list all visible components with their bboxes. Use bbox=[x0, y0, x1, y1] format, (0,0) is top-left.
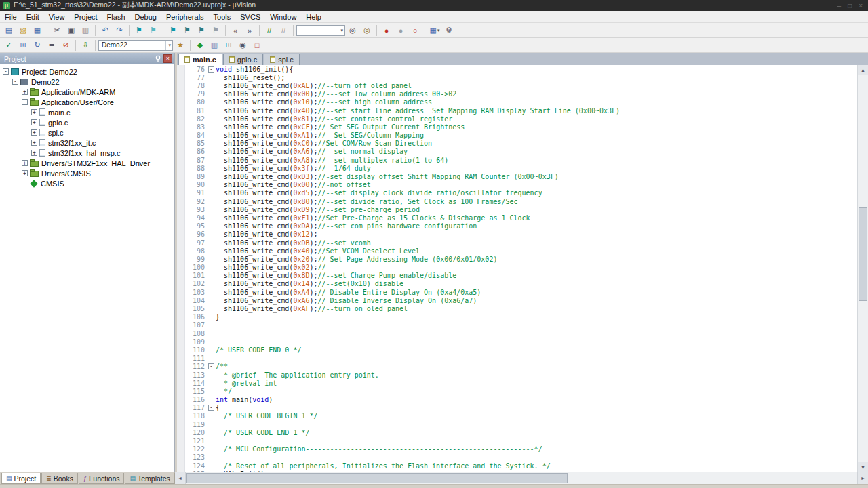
scroll-left-icon[interactable]: ◄ bbox=[175, 472, 186, 484]
next-bookmark-icon[interactable]: ⚑ bbox=[195, 24, 208, 37]
download-icon[interactable]: ⇩ bbox=[79, 39, 92, 52]
redo-icon[interactable]: ↷ bbox=[113, 24, 126, 37]
target-options-icon[interactable]: ★ bbox=[174, 39, 187, 52]
code-line[interactable]: 102 sh1106_write_cmd(0x14);//--set(0x10)… bbox=[177, 280, 857, 288]
disable-breakpoints-icon[interactable]: ● bbox=[394, 24, 408, 37]
navigate-back-icon[interactable]: ⚑ bbox=[132, 24, 146, 37]
horizontal-scrollbar[interactable]: ◄ ► bbox=[175, 472, 868, 484]
code-line[interactable]: 84 sh1106_write_cmd(0xA1);//--Set SEG/Co… bbox=[177, 131, 857, 140]
tree-expander-icon[interactable]: + bbox=[22, 170, 28, 176]
horizontal-scroll-thumb[interactable] bbox=[186, 473, 568, 483]
copy-icon[interactable]: ▣ bbox=[64, 24, 78, 37]
file-extensions-icon[interactable]: ▥ bbox=[208, 39, 221, 52]
code-line[interactable]: 109 bbox=[177, 338, 857, 346]
tree-item-project-demo22[interactable]: -Project: Demo22 bbox=[0, 66, 174, 77]
code-line[interactable]: 111 bbox=[177, 354, 857, 363]
code-line[interactable]: 110/* USER CODE END 0 */ bbox=[177, 346, 857, 354]
tree-item-stm32f1xx-it-c[interactable]: +stm32f1xx_it.c bbox=[0, 138, 174, 148]
code-line[interactable]: 124 /* Reset of all peripherals, Initial… bbox=[177, 462, 857, 470]
new-file-icon[interactable]: ▤ bbox=[2, 24, 16, 37]
save-file-icon[interactable]: ▦ bbox=[31, 24, 44, 37]
tree-item-spi-c[interactable]: +spi.c bbox=[0, 127, 174, 138]
cut-icon[interactable]: ✂ bbox=[50, 24, 64, 37]
code-line[interactable]: 87 sh1106_write_cmd(0xA8);//--set multip… bbox=[177, 156, 857, 164]
code-line[interactable]: 82 sh1106_write_cmd(0x81);//--set contra… bbox=[177, 115, 857, 123]
toggle-breakpoint-icon[interactable]: ● bbox=[380, 24, 393, 37]
code-line[interactable]: 103 sh1106_write_cmd(0xA4);// Disable En… bbox=[177, 288, 857, 296]
comment-icon[interactable]: // bbox=[262, 24, 276, 37]
tab-main-c[interactable]: main.c bbox=[178, 54, 222, 65]
tree-expander-icon[interactable]: + bbox=[31, 119, 37, 125]
code-line[interactable]: 112-/** bbox=[177, 363, 857, 371]
tree-item-main-c[interactable]: +main.c bbox=[0, 107, 174, 117]
manage-rte-icon[interactable]: ◆ bbox=[193, 39, 207, 52]
code-line[interactable]: 105 sh1106_write_cmd(0xAF);//--turn on o… bbox=[177, 304, 857, 312]
code-line[interactable]: 80 sh1106_write_cmd(0x10);//---set high … bbox=[177, 98, 857, 106]
scroll-up-icon[interactable]: ▲ bbox=[858, 65, 868, 75]
code-line[interactable]: 106} bbox=[177, 313, 857, 321]
code-line[interactable]: 108 bbox=[177, 329, 857, 338]
flash-erase-icon[interactable]: □ bbox=[250, 39, 264, 52]
menu-project[interactable]: Project bbox=[69, 12, 102, 22]
code-line[interactable]: 83 sh1106_write_cmd(0xCF);// Set SEG Out… bbox=[177, 123, 857, 131]
tree-item-application-user-core[interactable]: -Application/User/Core bbox=[0, 97, 174, 107]
tree-expander-icon[interactable]: - bbox=[12, 79, 18, 85]
fold-toggle-icon[interactable]: - bbox=[208, 66, 214, 73]
tree-expander-icon[interactable]: + bbox=[22, 89, 28, 95]
undo-icon[interactable]: ↶ bbox=[98, 24, 112, 37]
tab-gpio-c[interactable]: gpio.c bbox=[223, 54, 263, 65]
menu-debug[interactable]: Debug bbox=[130, 12, 161, 22]
indent-right-icon[interactable]: » bbox=[243, 24, 256, 37]
code-line[interactable]: 78 sh1106_write_cmd(0xAE);//--turn off o… bbox=[177, 81, 857, 89]
tree-item-stm32f1xx-hal-msp-c[interactable]: +stm32f1xx_hal_msp.c bbox=[0, 148, 174, 158]
tree-item-drivers-cmsis[interactable]: +Drivers/CMSIS bbox=[0, 168, 174, 178]
code-line[interactable]: 89 sh1106_write_cmd(0xD3);//-set display… bbox=[177, 172, 857, 180]
menu-flash[interactable]: Flash bbox=[102, 12, 130, 22]
tree-expander-icon[interactable]: - bbox=[3, 68, 9, 75]
toggle-bookmark-icon[interactable]: ⚑ bbox=[166, 24, 180, 37]
code-line[interactable]: 117-{ bbox=[177, 404, 857, 412]
uncomment-icon[interactable]: // bbox=[277, 24, 290, 37]
code-line[interactable]: 120 /* USER CODE END 1 */ bbox=[177, 428, 857, 436]
build-icon[interactable]: ⊞ bbox=[16, 39, 30, 52]
configure-icon[interactable]: ⚙ bbox=[442, 24, 456, 37]
tree-item-drivers-stm32f1xx-hal-driver[interactable]: +Drivers/STM32F1xx_HAL_Driver bbox=[0, 158, 174, 168]
chevron-down-icon[interactable]: ▾ bbox=[338, 26, 343, 35]
vertical-scroll-thumb[interactable] bbox=[859, 207, 867, 301]
batch-build-icon[interactable]: ≣ bbox=[45, 39, 58, 52]
prev-bookmark-icon[interactable]: ⚑ bbox=[180, 24, 194, 37]
code-line[interactable]: 85 sh1106_write_cmd(0xC0);//Set COM/Row … bbox=[177, 140, 857, 148]
code-line[interactable]: 104 sh1106_write_cmd(0xA6);// Disable In… bbox=[177, 296, 857, 304]
menu-file[interactable]: File bbox=[0, 12, 22, 22]
minimize-button[interactable]: – bbox=[837, 2, 842, 9]
code-line[interactable]: 79 sh1106_write_cmd(0x00);//---set low c… bbox=[177, 90, 857, 98]
clear-bookmarks-icon[interactable]: ⚑ bbox=[209, 24, 222, 37]
tree-expander-icon[interactable]: + bbox=[31, 109, 37, 115]
code-line[interactable]: 86 sh1106_write_cmd(0xA6);//--set normal… bbox=[177, 148, 857, 156]
paste-icon[interactable]: ▥ bbox=[79, 24, 92, 37]
code-line[interactable]: 76-void sh1106_init(){ bbox=[177, 65, 857, 73]
menu-window[interactable]: Window bbox=[265, 12, 301, 22]
fold-toggle-icon[interactable]: - bbox=[208, 405, 214, 411]
fold-toggle-icon[interactable]: - bbox=[208, 363, 214, 369]
open-file-icon[interactable]: ▧ bbox=[16, 24, 30, 37]
code-line[interactable]: 90 sh1106_write_cmd(0x00);//-not offset bbox=[177, 181, 857, 189]
find-in-files-icon[interactable]: ◎ bbox=[360, 24, 374, 37]
debug-session-icon[interactable]: ◉ bbox=[236, 39, 250, 52]
rebuild-icon[interactable]: ↻ bbox=[31, 39, 44, 52]
code-line[interactable]: 114 * @retval int bbox=[177, 379, 857, 387]
bottom-tab-functions[interactable]: ƒFunctions bbox=[79, 473, 125, 484]
code-line[interactable]: 119 bbox=[177, 420, 857, 428]
scroll-down-icon[interactable]: ▼ bbox=[858, 462, 868, 472]
indent-left-icon[interactable]: « bbox=[229, 24, 242, 37]
code-line[interactable]: 121 bbox=[177, 436, 857, 445]
code-line[interactable]: 122 /* MCU Configuration----------------… bbox=[177, 445, 857, 453]
code-line[interactable]: 92 sh1106_write_cmd(0x80);//--set divide… bbox=[177, 197, 857, 205]
code-line[interactable]: 123 bbox=[177, 453, 857, 462]
menu-edit[interactable]: Edit bbox=[22, 12, 44, 22]
code-line[interactable]: 98 sh1106_write_cmd(0x40);//Set VCOM Des… bbox=[177, 247, 857, 255]
vertical-scrollbar[interactable]: ▲ ▼ bbox=[857, 65, 868, 472]
code-line[interactable]: 100 sh1106_write_cmd(0x02);// bbox=[177, 264, 857, 272]
pin-icon[interactable] bbox=[153, 54, 162, 63]
maximize-button[interactable]: □ bbox=[848, 2, 852, 9]
